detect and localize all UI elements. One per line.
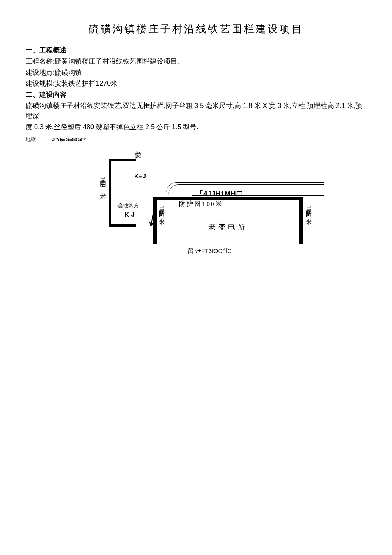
small-annotation-row: 地壁 J"ʳd₃≡¾≡50¾Γ^ xyxy=(26,134,366,144)
spec-line-1: 硫磺沟镇楼庄子村沿线安装铁艺,双边无框护栏,网子丝粗 3.5 毫米尺寸,高 1.… xyxy=(26,101,366,121)
center-label: 老变电所 xyxy=(208,222,248,233)
label-kj2: K-J xyxy=(124,210,135,220)
t: 宽 xyxy=(269,102,276,109)
t: 硬塑不掉色立柱 xyxy=(96,123,144,131)
n: X xyxy=(263,102,268,109)
label-kj: K≡J xyxy=(134,171,146,181)
bracket-bottom xyxy=(109,224,136,227)
t: 型号. xyxy=(183,123,198,131)
scale-unit: 米 xyxy=(111,80,118,87)
t: 米 xyxy=(254,102,261,109)
schematic-diagram: 娄 K≡J 网子100米 硫他沟方 K-J 「4JJH1MH口 防护网100米 … xyxy=(26,146,366,255)
label-left-net: 防护网110米 xyxy=(157,206,166,214)
bot-latin: y±FT3IOO^fC xyxy=(195,247,232,254)
scale-prefix: 建设规模:安装铁艺护栏 xyxy=(26,80,95,87)
n: 2.5 xyxy=(145,123,155,131)
document-page: 硫磺沟镇楼庄子村沿线铁艺围栏建设项目 一、工程概述 工程名称:硫黄沟镇楼庄子村沿… xyxy=(0,0,392,276)
label-net-100-vertical: 网子100米 xyxy=(98,176,108,188)
label-lou: 娄 xyxy=(135,150,141,160)
t: 硫磺沟镇楼庄子村沿线安装铁艺,双边无框护栏,网子丝粗 xyxy=(26,102,193,109)
label-top-net: 防护网100米 xyxy=(179,199,223,209)
t: 度 xyxy=(26,123,32,131)
n: 480 xyxy=(83,123,94,131)
bracket-left xyxy=(109,159,111,227)
document-title: 硫磺沟镇楼庄子村沿线铁艺围栏建设项目 xyxy=(26,21,366,37)
scale-line: 建设规模:安装铁艺护栏1270米 xyxy=(26,78,366,89)
label-right-net: 防护网110米 xyxy=(304,206,313,214)
scale-number: 1270 xyxy=(95,80,111,87)
label-direction: 硫他沟方 xyxy=(117,201,139,210)
small-code: J"ʳd₃≡¾≡50¾Γ^ xyxy=(52,137,87,142)
bot-cn: 留 xyxy=(187,248,193,254)
n: 1.8 xyxy=(243,102,252,109)
t: 米,立柱,预埋柱高 xyxy=(283,102,334,109)
section-2-heading: 二、建设内容 xyxy=(26,90,366,100)
n: 3.5 xyxy=(194,102,204,109)
t: 毫米尺寸,高 xyxy=(205,102,241,109)
n: 2.1 xyxy=(336,102,345,109)
spec-line-2: 度 0.3 米,丝径塑后 480 硬塑不掉色立柱 2.5 公斤 1.5 型号. xyxy=(26,122,366,132)
n: 3 xyxy=(277,102,281,109)
bracket-top xyxy=(109,159,136,161)
n: 0.3 xyxy=(34,123,43,131)
n: 1.5 xyxy=(172,123,181,131)
location-line: 建设地点:硫磺沟镇 xyxy=(26,67,366,78)
label-bottom-code: 留 y±FT3IOO^fC xyxy=(187,247,231,256)
project-name-line: 工程名称:硫黄沟镇楼庄子村沿线铁艺围栏建设项目。 xyxy=(26,56,366,67)
section-1-heading: 一、工程概述 xyxy=(26,45,366,55)
t: 公斤 xyxy=(156,123,170,131)
center-box: 老变电所 xyxy=(173,212,283,242)
t: 米,丝径塑后 xyxy=(45,123,81,131)
small-label: 地壁 xyxy=(26,137,36,142)
